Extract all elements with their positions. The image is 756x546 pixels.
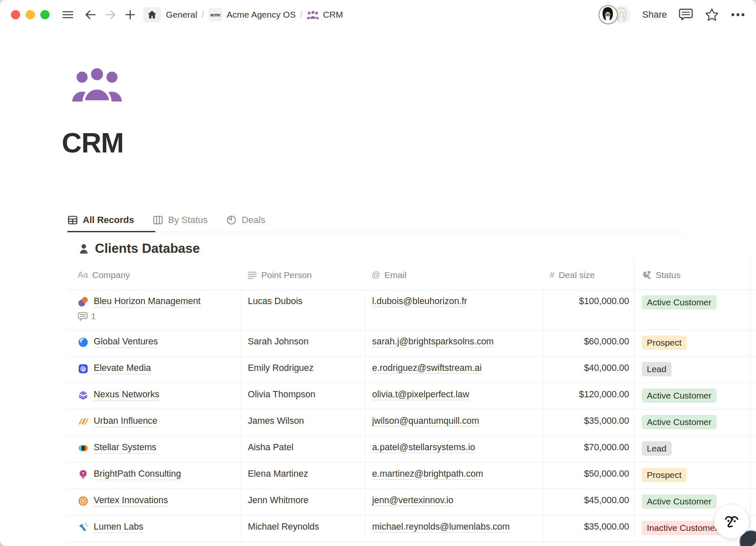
- navigate-forward-button[interactable]: [105, 10, 116, 20]
- breadcrumb-page[interactable]: CRM: [323, 10, 343, 20]
- table-row[interactable]: Urban Influence James Wilson jwilson@qua…: [67, 410, 756, 436]
- tab-deals[interactable]: Deals: [226, 215, 265, 226]
- deal-size-cell[interactable]: $45,000.00: [543, 489, 634, 515]
- company-link[interactable]: Lumen Labs: [94, 522, 143, 533]
- company-link[interactable]: Stellar Systems: [94, 442, 156, 454]
- table-row[interactable]: Bleu Horizon Management 1 Lucas Dubois l…: [67, 290, 756, 330]
- zoom-window-button[interactable]: [40, 10, 50, 19]
- table-row[interactable]: Lumen Labs Michael Reynolds michael.reyn…: [67, 515, 756, 542]
- company-cell[interactable]: BrightPath Consulting: [67, 462, 241, 488]
- email-cell[interactable]: jwilson@quantumquill.com: [365, 410, 543, 436]
- status-cell[interactable]: Active Customer: [634, 290, 756, 330]
- email-link[interactable]: e.martinez@brightpath.com: [372, 469, 483, 480]
- column-header-email[interactable]: @ Email: [365, 260, 543, 289]
- status-cell[interactable]: Prospect: [634, 330, 756, 356]
- point-person-cell[interactable]: Elena Martinez: [241, 462, 365, 488]
- company-cell[interactable]: Lumen Labs: [67, 515, 241, 541]
- email-cell[interactable]: e.martinez@brightpath.com: [365, 462, 543, 488]
- status-cell[interactable]: Lead: [634, 436, 756, 462]
- sidebar-menu-button[interactable]: [62, 10, 74, 19]
- point-person-cell[interactable]: Michael Reynolds: [241, 515, 365, 541]
- comments-button[interactable]: [679, 8, 693, 21]
- company-link[interactable]: Nexus Networks: [94, 389, 160, 401]
- breadcrumb-workspace[interactable]: Acme Agency OS: [227, 10, 296, 20]
- deal-size-cell[interactable]: $100,000.00: [543, 290, 634, 330]
- email-link[interactable]: l.dubois@bleuhorizon.fr: [372, 296, 467, 307]
- status-cell[interactable]: Lead: [634, 357, 756, 383]
- table-row[interactable]: Nexus Networks Olivia Thompson olivia.t@…: [67, 383, 756, 410]
- status-pill[interactable]: Inactive Customer: [642, 521, 723, 535]
- favorite-button[interactable]: [705, 8, 719, 21]
- email-link[interactable]: olivia.t@pixelperfect.law: [372, 389, 469, 400]
- company-link[interactable]: Urban Influence: [94, 416, 158, 427]
- column-header-status[interactable]: Status: [634, 260, 756, 289]
- email-cell[interactable]: e.rodriguez@swiftstream.ai: [365, 357, 543, 383]
- deal-size-cell[interactable]: $40,000.00: [543, 357, 634, 383]
- email-cell[interactable]: l.dubois@bleuhorizon.fr: [365, 290, 543, 330]
- tab-by-status[interactable]: By Status: [152, 215, 207, 226]
- status-pill[interactable]: Prospect: [642, 468, 687, 482]
- email-link[interactable]: jenn@vertexinnov.io: [372, 495, 454, 506]
- status-pill[interactable]: Lead: [642, 362, 672, 376]
- new-page-button[interactable]: [125, 9, 136, 20]
- email-cell[interactable]: olivia.t@pixelperfect.law: [365, 383, 543, 409]
- email-link[interactable]: jwilson@quantumquill.com: [372, 416, 479, 427]
- email-link[interactable]: a.patel@stellarsystems.io: [372, 442, 475, 453]
- breadcrumb-general[interactable]: General: [166, 10, 197, 20]
- deal-size-cell[interactable]: $120,000.00: [543, 383, 634, 409]
- point-person-cell[interactable]: Emily Rodriguez: [241, 357, 365, 383]
- column-header-company[interactable]: Aa Company: [67, 260, 241, 289]
- status-pill[interactable]: Active Customer: [642, 388, 717, 403]
- point-person-cell[interactable]: Olivia Thompson: [241, 383, 365, 409]
- point-person-cell[interactable]: Lucas Dubois: [241, 290, 365, 330]
- company-cell[interactable]: Stellar Systems: [67, 436, 241, 462]
- status-pill[interactable]: Prospect: [642, 336, 687, 350]
- company-cell[interactable]: Nexus Networks: [67, 383, 241, 409]
- status-pill[interactable]: Active Customer: [642, 494, 717, 509]
- point-person-cell[interactable]: Sarah Johnson: [241, 330, 365, 356]
- email-cell[interactable]: michael.reynolds@lumenlabs.com: [365, 515, 543, 541]
- deal-size-cell[interactable]: $60,000.00: [543, 330, 634, 356]
- deal-size-cell[interactable]: $35,000.00: [543, 410, 634, 436]
- company-link[interactable]: Vertex Innovations: [94, 495, 168, 507]
- point-person-cell[interactable]: Aisha Patel: [241, 436, 365, 462]
- company-link[interactable]: Global Ventures: [94, 336, 158, 348]
- point-person-cell[interactable]: Jenn Whitmore: [241, 489, 365, 515]
- minimize-window-button[interactable]: [26, 10, 35, 19]
- table-row[interactable]: Elevate Media Emily Rodriguez e.rodrigue…: [67, 357, 756, 383]
- notion-ai-button[interactable]: [714, 504, 749, 539]
- table-row[interactable]: Stellar Systems Aisha Patel a.patel@stel…: [67, 436, 756, 462]
- column-header-point-person[interactable]: Point Person: [241, 260, 365, 289]
- email-cell[interactable]: jenn@vertexinnov.io: [365, 489, 543, 515]
- email-link[interactable]: michael.reynolds@lumenlabs.com: [372, 522, 510, 533]
- deal-size-cell[interactable]: $35,000.00: [543, 515, 634, 541]
- deal-size-cell[interactable]: $70,000.00: [543, 436, 634, 462]
- company-cell[interactable]: Bleu Horizon Management 1: [67, 290, 241, 330]
- email-link[interactable]: e.rodriguez@swiftstream.ai: [372, 363, 482, 374]
- collaborator-avatars[interactable]: [598, 5, 630, 24]
- deal-size-cell[interactable]: $50,000.00: [543, 462, 634, 488]
- comment-badge[interactable]: 1: [78, 312, 241, 321]
- share-button[interactable]: Share: [642, 9, 667, 20]
- tab-all-records[interactable]: All Records: [67, 215, 134, 226]
- company-link[interactable]: Elevate Media: [94, 363, 151, 374]
- company-link[interactable]: Bleu Horizon Management: [94, 296, 201, 307]
- table-row[interactable]: Global Ventures Sarah Johnson sarah.j@br…: [67, 330, 756, 357]
- page-icon-people-group[interactable]: [71, 66, 123, 102]
- status-cell[interactable]: Active Customer: [634, 410, 756, 436]
- company-cell[interactable]: Urban Influence: [67, 410, 241, 436]
- status-pill[interactable]: Lead: [642, 441, 672, 456]
- status-cell[interactable]: Prospect: [634, 462, 756, 488]
- more-options-button[interactable]: [731, 13, 745, 17]
- company-cell[interactable]: Elevate Media: [67, 357, 241, 383]
- company-link[interactable]: BrightPath Consulting: [94, 469, 181, 480]
- point-person-cell[interactable]: James Wilson: [241, 410, 365, 436]
- column-header-deal-size[interactable]: # Deal size: [543, 260, 634, 289]
- email-cell[interactable]: sarah.j@brightsparksolns.com: [365, 330, 543, 356]
- email-link[interactable]: sarah.j@brightsparksolns.com: [372, 336, 494, 347]
- company-cell[interactable]: Vertex Innovations: [67, 489, 241, 515]
- home-button[interactable]: [143, 7, 161, 22]
- table-row[interactable]: BrightPath Consulting Elena Martinez e.m…: [67, 462, 756, 489]
- close-window-button[interactable]: [11, 10, 20, 19]
- status-pill[interactable]: Active Customer: [642, 415, 717, 429]
